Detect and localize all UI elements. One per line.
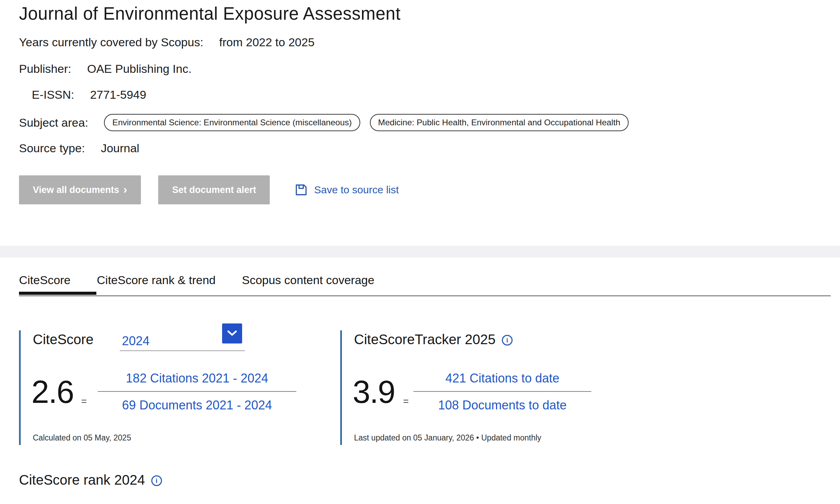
source-type-value: Journal xyxy=(101,142,140,155)
citescore-documents-link[interactable]: 69 Documents 2021 - 2024 xyxy=(98,392,296,413)
tracker-footnote: Last updated on 05 January, 2026 • Updat… xyxy=(354,433,541,443)
tracker-heading: CiteScoreTracker 2025 xyxy=(354,332,496,347)
publisher-label: Publisher: xyxy=(19,62,71,76)
source-type-row: Source type: Journal xyxy=(19,142,139,155)
citescore-year-underline xyxy=(120,350,245,351)
save-to-source-list-label: Save to source list xyxy=(314,184,399,196)
tab-citescore[interactable]: CiteScore xyxy=(19,273,70,294)
tracker-documents-link[interactable]: 108 Documents to date xyxy=(413,392,591,413)
citescore-rank-heading: CiteScore rank 2024 xyxy=(19,472,145,488)
citescore-heading: CiteScore xyxy=(33,332,94,347)
coverage-label: Years currently covered by Scopus: xyxy=(19,36,203,49)
page-title: Journal of Environmental Exposure Assess… xyxy=(19,3,401,24)
header-actions: View all documents › Set document alert … xyxy=(19,175,399,204)
active-tab-indicator xyxy=(19,292,96,295)
eissn-value: 2771-5949 xyxy=(90,88,146,101)
view-all-documents-button[interactable]: View all documents › xyxy=(19,175,141,204)
citescore-year-value[interactable]: 2024 xyxy=(122,334,150,348)
citescore-accent-bar xyxy=(19,330,21,445)
view-all-documents-label: View all documents xyxy=(33,185,119,195)
tracker-heading-row: CiteScoreTracker 2025 i xyxy=(354,332,513,347)
chevron-down-icon xyxy=(227,330,237,337)
citescore-panel: CiteScore 2024 2.6 = 182 Citations 2021 … xyxy=(19,323,323,448)
tab-bar: CiteScore CiteScore rank & trend Scopus … xyxy=(19,273,374,294)
tracker-citations-link[interactable]: 421 Citations to date xyxy=(413,371,591,392)
tab-scopus-content-coverage[interactable]: Scopus content coverage xyxy=(242,273,374,294)
set-document-alert-label: Set document alert xyxy=(172,185,256,195)
source-type-label: Source type: xyxy=(19,142,85,155)
subject-pill-environmental-science[interactable]: Environmental Science: Environmental Sci… xyxy=(104,114,360,131)
chevron-right-icon: › xyxy=(123,183,127,195)
subject-pill-medicine[interactable]: Medicine: Public Health, Environmental a… xyxy=(370,114,629,131)
tracker-info-icon[interactable]: i xyxy=(502,335,513,346)
citescore-rank-heading-row: CiteScore rank 2024 i xyxy=(19,472,162,488)
tracker-fraction: 421 Citations to date 108 Documents to d… xyxy=(413,371,591,413)
set-document-alert-button[interactable]: Set document alert xyxy=(158,175,270,204)
citescore-citations-link[interactable]: 182 Citations 2021 - 2024 xyxy=(98,371,296,392)
citescore-footnote: Calculated on 05 May, 2025 xyxy=(33,433,131,443)
tab-citescore-rank-trend[interactable]: CiteScore rank & trend xyxy=(97,273,216,294)
eissn-label: E-ISSN: xyxy=(32,88,74,101)
tracker-accent-bar xyxy=(340,330,342,445)
eissn-row: E-ISSN: 2771-5949 xyxy=(32,88,146,101)
section-separator xyxy=(0,246,840,258)
publisher-row: Publisher: OAE Publishing Inc. xyxy=(19,62,192,76)
tabs-divider xyxy=(19,295,831,296)
subject-pills: Environmental Science: Environmental Sci… xyxy=(104,114,629,131)
citescore-year-dropdown-button[interactable] xyxy=(222,323,242,343)
save-icon xyxy=(294,183,308,197)
citescore-tracker-panel: CiteScoreTracker 2025 i 3.9 = 421 Citati… xyxy=(340,323,610,448)
coverage-row: Years currently covered by Scopus: from … xyxy=(19,36,315,49)
citescore-equals-sign: = xyxy=(81,396,87,407)
tracker-value: 3.9 xyxy=(353,374,395,410)
citescore-fraction: 182 Citations 2021 - 2024 69 Documents 2… xyxy=(98,371,296,413)
citescore-rank-info-icon[interactable]: i xyxy=(151,475,162,486)
tracker-equals-sign: = xyxy=(403,396,409,407)
subject-area-row: Subject area: Environmental Science: Env… xyxy=(19,114,629,131)
save-to-source-list-link[interactable]: Save to source list xyxy=(294,183,399,197)
publisher-value: OAE Publishing Inc. xyxy=(87,62,191,76)
citescore-value: 2.6 xyxy=(31,374,74,410)
coverage-value: from 2022 to 2025 xyxy=(219,36,315,49)
subject-area-label: Subject area: xyxy=(19,116,88,129)
